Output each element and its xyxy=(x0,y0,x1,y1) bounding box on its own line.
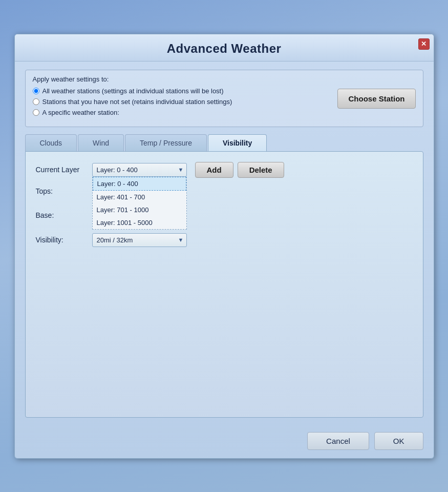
current-layer-label: Current Layer xyxy=(36,166,92,174)
radio-group: Apply weather settings to: All weather s… xyxy=(33,75,333,119)
add-button[interactable]: Add xyxy=(195,162,233,178)
base-label: Base: xyxy=(36,211,92,219)
radio-row-specific: A specific weather station: xyxy=(33,109,333,116)
tabs-row: Clouds Wind Temp / Pressure Visibility xyxy=(25,134,423,151)
dropdown-item-1[interactable]: Layer: 401 - 700 xyxy=(93,191,186,203)
layer-dropdown-open: Layer: 0 - 400 Layer: 401 - 700 Layer: 7… xyxy=(92,177,187,230)
tab-content-visibility: Current Layer Layer: 0 - 400 Layer: 401 … xyxy=(25,151,423,418)
dropdown-item-3[interactable]: Layer: 1001 - 5000 xyxy=(93,216,186,229)
bottom-bar: Cancel OK xyxy=(15,426,434,458)
visibility-row: Visibility: 20mi / 32km 10mi / 16km 5mi … xyxy=(36,233,413,247)
tab-temp-pressure-label: Temp / Pressure xyxy=(140,139,192,147)
radio-not-set[interactable] xyxy=(33,98,39,105)
tops-label: Tops: xyxy=(36,187,92,195)
apply-header: Apply weather settings to: All weather s… xyxy=(33,75,416,119)
dropdown-item-2[interactable]: Layer: 701 - 1000 xyxy=(93,203,186,216)
radio-specific-label: A specific weather station: xyxy=(42,109,119,116)
tab-visibility-label: Visibility xyxy=(223,139,252,147)
title-bar: Advanced Weather ✕ xyxy=(15,34,434,61)
tab-visibility[interactable]: Visibility xyxy=(208,134,267,151)
dialog-body: Apply weather settings to: All weather s… xyxy=(15,61,434,426)
vis-select-container: 20mi / 32km 10mi / 16km 5mi / 8km 2mi / … xyxy=(92,233,187,247)
delete-button[interactable]: Delete xyxy=(238,162,284,178)
tab-wind[interactable]: Wind xyxy=(78,134,124,151)
vis-select[interactable]: 20mi / 32km 10mi / 16km 5mi / 8km 2mi / … xyxy=(92,233,187,247)
close-button[interactable]: ✕ xyxy=(418,38,430,50)
visibility-label: Visibility: xyxy=(36,236,92,244)
dropdown-item-0[interactable]: Layer: 0 - 400 xyxy=(93,177,186,191)
apply-section: Apply weather settings to: All weather s… xyxy=(25,70,423,127)
radio-specific[interactable] xyxy=(33,109,39,116)
choose-station-button[interactable]: Choose Station xyxy=(337,89,415,109)
layer-select[interactable]: Layer: 0 - 400 Layer: 401 - 700 Layer: 7… xyxy=(92,163,187,177)
cancel-button[interactable]: Cancel xyxy=(307,432,369,450)
layer-select-container: Layer: 0 - 400 Layer: 401 - 700 Layer: 7… xyxy=(92,163,187,177)
radio-row-all: All weather stations (settings at indivi… xyxy=(33,87,333,95)
tab-clouds-label: Clouds xyxy=(40,139,62,147)
radio-not-set-label: Stations that you have not set (retains … xyxy=(42,98,232,106)
advanced-weather-dialog: Advanced Weather ✕ Apply weather setting… xyxy=(14,34,434,459)
tab-wind-label: Wind xyxy=(93,139,109,147)
radio-all-label: All weather stations (settings at indivi… xyxy=(42,87,224,95)
apply-legend: Apply weather settings to: xyxy=(33,75,333,83)
ok-button[interactable]: OK xyxy=(374,432,423,450)
radio-all-stations[interactable] xyxy=(33,88,39,94)
current-layer-row: Current Layer Layer: 0 - 400 Layer: 401 … xyxy=(36,162,413,178)
tab-clouds[interactable]: Clouds xyxy=(25,134,77,151)
tab-temp-pressure[interactable]: Temp / Pressure xyxy=(125,134,207,151)
dialog-title: Advanced Weather xyxy=(167,42,282,56)
radio-row-not-set: Stations that you have not set (retains … xyxy=(33,98,333,106)
